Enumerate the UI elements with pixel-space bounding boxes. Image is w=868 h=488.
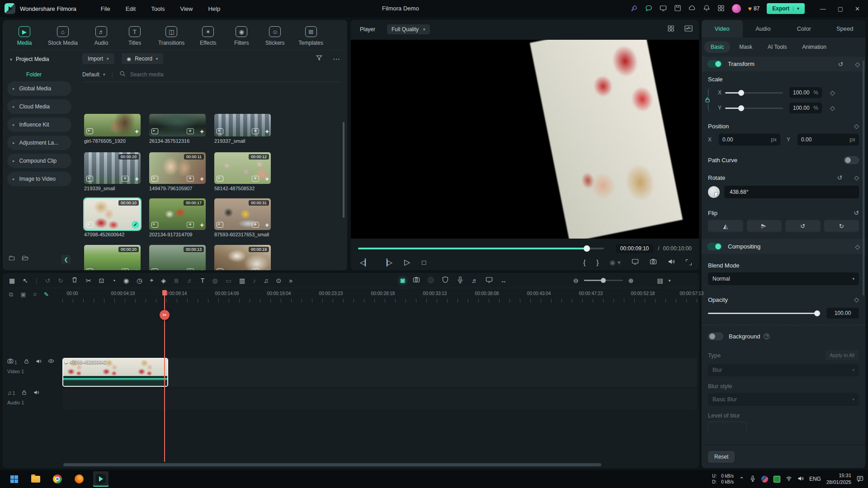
timeline-ruler[interactable]: 00:00 00:00:04:19 00:00:09:14 00:00:14:0…	[62, 290, 697, 303]
reset-button[interactable]: Reset	[708, 451, 735, 463]
media-item[interactable]: 00:00:13 + 163560-828200792_small	[149, 245, 206, 270]
add-to-timeline-icon[interactable]: +	[200, 175, 204, 183]
filter-icon[interactable]	[316, 54, 323, 63]
export-button[interactable]: Export ▾	[767, 3, 805, 14]
more-options-icon[interactable]: ⋯	[333, 55, 341, 63]
tab-templates[interactable]: ⊞ Templates	[298, 26, 323, 46]
zoom-in-icon[interactable]: ⊕	[628, 277, 634, 284]
position-y-input[interactable]: 0.00 px	[797, 134, 859, 145]
rotate-input[interactable]: 438.68°	[724, 186, 859, 198]
tray-app-icon[interactable]	[761, 476, 768, 483]
sidebar-item-image-to-video[interactable]: ▸ Image to Video	[7, 172, 71, 186]
background-toggle[interactable]	[708, 333, 723, 340]
playhead[interactable]: ✂	[164, 290, 165, 462]
media-thumbnail[interactable]: 00:00:20 +	[84, 245, 141, 270]
split-icon[interactable]: ✂	[86, 277, 91, 284]
video-viewport[interactable]	[351, 40, 699, 239]
speed-icon[interactable]: ◔	[112, 277, 116, 284]
minimize-button[interactable]: —	[820, 5, 826, 12]
motion-track-icon[interactable]: ⌖	[150, 277, 153, 284]
zoom-out-icon[interactable]: ⊖	[573, 277, 579, 284]
chevron-down-icon[interactable]: ▾	[669, 278, 671, 283]
points-badge[interactable]: ♥ 87	[748, 5, 760, 12]
sidebar-item-cloud-media[interactable]: ▸ Cloud Media	[7, 99, 71, 114]
marker-icon[interactable]: ◉ ▾	[609, 258, 621, 267]
sort-dropdown[interactable]: Default	[82, 71, 99, 78]
rotate-cw-button[interactable]: ↻	[824, 220, 859, 232]
fullscreen-icon[interactable]	[686, 259, 692, 265]
add-to-timeline-icon[interactable]: +	[265, 127, 269, 135]
layout-grid-icon[interactable]	[667, 25, 675, 34]
properties-scrollbar[interactable]	[863, 61, 864, 296]
scale-y-slider[interactable]	[725, 108, 783, 109]
media-item[interactable]: 00:00:31 + 87593-602317653_small	[214, 198, 271, 237]
tab-color[interactable]: Color	[783, 20, 825, 38]
compositing-toggle[interactable]	[707, 243, 722, 250]
tab-audio-props[interactable]: Audio	[743, 20, 784, 38]
maximize-button[interactable]: ▢	[838, 5, 843, 12]
sidebar-item-folder[interactable]: Folder	[26, 71, 75, 78]
add-to-timeline-icon[interactable]: +	[200, 127, 204, 135]
media-thumbnail[interactable]: 00:00:12 +	[214, 152, 271, 184]
rotate-ccw-button[interactable]: ↺	[785, 220, 821, 232]
duration-timer-icon[interactable]: ◷	[137, 277, 142, 284]
add-to-timeline-icon[interactable]: +	[265, 175, 269, 183]
user-avatar[interactable]	[732, 4, 741, 13]
subtab-basic[interactable]: Basic	[704, 41, 730, 53]
media-thumbnail[interactable]: +	[149, 114, 206, 136]
media-item[interactable]: 00:00:19 + 22512-328261507_med...	[214, 245, 271, 270]
tab-transitions[interactable]: ◫ Transitions	[158, 26, 184, 46]
play-button[interactable]: ▷	[404, 258, 410, 267]
tab-filters[interactable]: ◉ Filters	[231, 26, 251, 46]
media-item[interactable]: 00:00:20 + 219339_small	[84, 152, 141, 191]
tab-speed[interactable]: Speed	[825, 20, 866, 38]
hide-track-icon[interactable]	[48, 358, 54, 365]
add-to-timeline-icon[interactable]: +	[200, 267, 204, 270]
add-to-timeline-icon[interactable]: +	[200, 221, 204, 229]
scale-y-input[interactable]: 100.00 %	[789, 103, 822, 113]
blend-mode-dropdown[interactable]: Normal ▾	[708, 272, 859, 285]
media-thumbnail[interactable]: 00:00:19 +	[214, 245, 271, 270]
screen-record-icon[interactable]	[486, 276, 493, 285]
language-indicator[interactable]: ENG	[809, 476, 821, 482]
menu-view[interactable]: View	[180, 5, 193, 12]
import-button[interactable]: Import ▾	[82, 53, 114, 64]
sidebar-item-compound-clip[interactable]: ▸ Compound Clip	[7, 154, 71, 168]
media-grid-scrollbar[interactable]	[343, 122, 344, 218]
audio-sync-icon[interactable]: ♬	[187, 277, 193, 284]
playhead-handle[interactable]	[162, 290, 167, 296]
tab-video[interactable]: Video	[702, 20, 743, 38]
media-thumbnail[interactable]: 00:00:17 +	[149, 198, 206, 230]
keyframe-diamond-icon[interactable]: ◇	[854, 174, 859, 181]
voice-changer-icon[interactable]: ◍	[212, 277, 217, 284]
tab-effects[interactable]: ✶ Effects	[198, 26, 218, 46]
ai-audio-icon[interactable]: ♫	[264, 277, 269, 284]
media-thumbnail[interactable]: +	[84, 114, 141, 136]
add-to-timeline-icon[interactable]: +	[135, 127, 139, 135]
blur-style-dropdown[interactable]: Basic Blur ▾	[708, 393, 859, 406]
open-folder-icon[interactable]: 🗁	[22, 254, 29, 262]
record-button[interactable]: ◉ Record ▾	[122, 53, 164, 64]
timeline-horizontal-scrollbar[interactable]	[63, 463, 601, 466]
crop-icon[interactable]: ⊡	[99, 277, 104, 284]
media-thumbnail[interactable]: 00:00:31 +	[214, 198, 271, 230]
timeline-zoom-slider[interactable]	[584, 280, 623, 281]
apps-grid-icon[interactable]	[717, 5, 725, 13]
scale-x-input[interactable]: 100.00 %	[789, 87, 822, 98]
media-thumbnail[interactable]: +	[214, 114, 271, 136]
tab-stock-media[interactable]: ⌂ Stock Media	[48, 26, 78, 46]
tab-stickers[interactable]: ☺ Stickers	[265, 26, 285, 46]
media-thumbnail[interactable]: 00:00:20 +	[84, 152, 141, 184]
keyframe-diamond-icon[interactable]: ◇	[830, 89, 835, 96]
subtab-animation[interactable]: Animation	[796, 41, 832, 53]
media-item[interactable]: 00:00:12 + 58142-487508532	[214, 152, 271, 191]
tab-titles[interactable]: T Titles	[125, 26, 145, 46]
new-folder-icon[interactable]: 🗀	[8, 254, 15, 262]
redo-icon[interactable]: ↻	[58, 277, 63, 284]
snap-icon[interactable]: ⌗	[33, 291, 37, 298]
opacity-slider[interactable]	[708, 313, 819, 314]
mark-out-button[interactable]: }	[596, 258, 599, 266]
cloud-backup-icon[interactable]	[689, 5, 696, 13]
keyframe-diamond-icon[interactable]: ◇	[855, 243, 860, 250]
music-icon[interactable]: ♪	[253, 277, 256, 284]
